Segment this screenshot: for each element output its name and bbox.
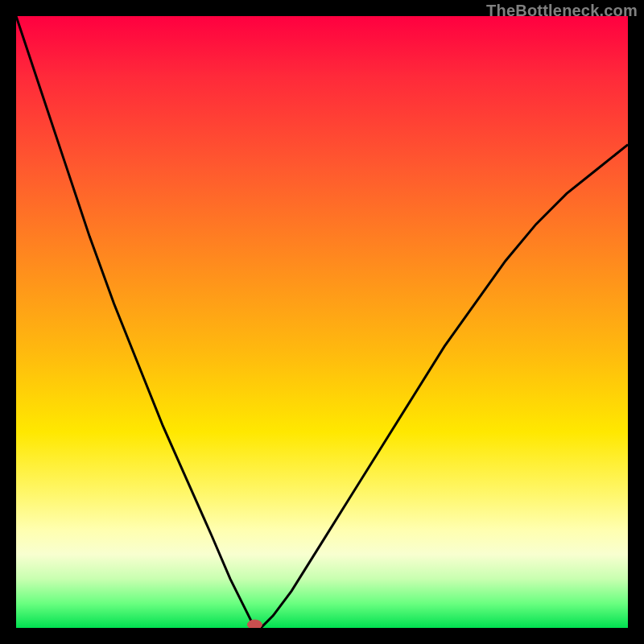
chart-stage: TheBottleneck.com <box>0 0 644 644</box>
plot-area <box>16 16 628 628</box>
curve-svg <box>16 16 628 628</box>
bottleneck-curve <box>16 16 628 628</box>
watermark-text: TheBottleneck.com <box>486 2 638 20</box>
min-marker <box>247 620 262 628</box>
